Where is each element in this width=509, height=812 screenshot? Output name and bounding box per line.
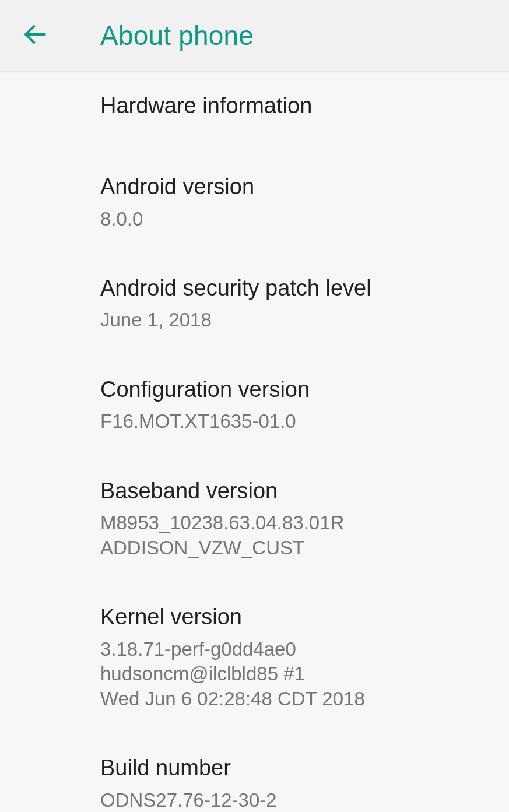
item-value: ODNS27.76-12-30-2 <box>100 788 486 812</box>
item-value: F16.MOT.XT1635-01.0 <box>100 409 486 434</box>
item-value: M8953_10238.63.04.83.01R ADDISON_VZW_CUS… <box>100 511 486 560</box>
item-title: Android version <box>100 172 486 202</box>
item-title: Baseband version <box>100 476 486 506</box>
item-value: 8.0.0 <box>100 207 486 232</box>
item-title: Build number <box>100 753 486 783</box>
item-title: Hardware information <box>100 91 486 121</box>
item-baseband-version[interactable]: Baseband version M8953_10238.63.04.83.01… <box>100 455 486 581</box>
item-android-version[interactable]: Android version 8.0.0 <box>100 151 486 252</box>
item-configuration-version[interactable]: Configuration version F16.MOT.XT1635-01.… <box>100 354 486 455</box>
arrow-left-icon <box>22 22 48 50</box>
settings-list: Hardware information Android version 8.0… <box>0 72 509 812</box>
item-title: Configuration version <box>100 375 486 405</box>
item-hardware-information[interactable]: Hardware information <box>100 79 486 151</box>
item-value: 3.18.71-perf-g0dd4ae0 hudsoncm@ilclbld85… <box>100 637 486 712</box>
back-button[interactable] <box>22 23 48 48</box>
item-value: June 1, 2018 <box>100 308 486 333</box>
item-build-number[interactable]: Build number ODNS27.76-12-30-2 <box>100 732 486 812</box>
item-title: Android security patch level <box>100 273 486 303</box>
item-kernel-version[interactable]: Kernel version 3.18.71-perf-g0dd4ae0 hud… <box>100 581 486 732</box>
page-title: About phone <box>100 20 254 51</box>
item-title: Kernel version <box>100 602 486 632</box>
item-security-patch-level[interactable]: Android security patch level June 1, 201… <box>100 252 486 354</box>
app-bar: About phone <box>0 0 509 72</box>
